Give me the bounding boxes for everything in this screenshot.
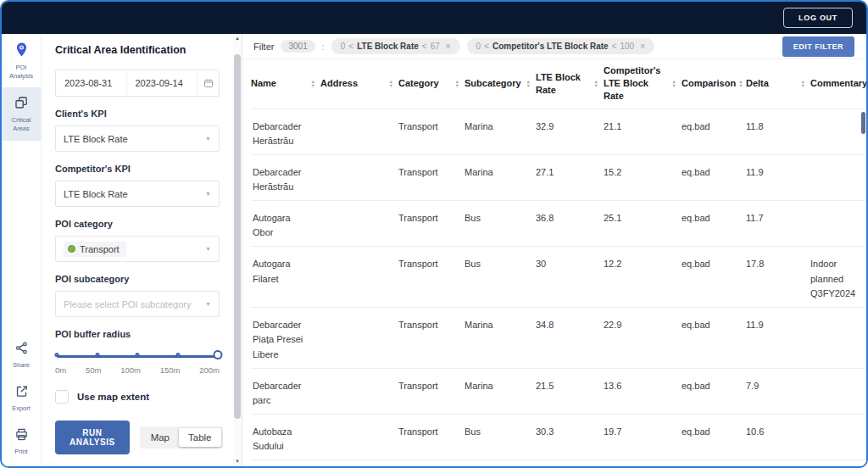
- category-color-dot-icon: [68, 245, 75, 253]
- chip-remove-icon[interactable]: ×: [640, 42, 645, 51]
- cell-lte-block-rate: 27.1: [536, 154, 604, 200]
- scrollbar-thumb[interactable]: [234, 54, 241, 419]
- buffer-radius-slider[interactable]: [57, 349, 218, 363]
- buffer-mark-label: 50m: [86, 365, 101, 375]
- sort-icon[interactable]: ▲▼: [455, 80, 459, 87]
- cell-comparison: eq.bad: [682, 460, 746, 467]
- nav-rail: POI Analysis Critical Areas Share: [2, 34, 41, 466]
- sort-icon[interactable]: ▲▼: [311, 80, 315, 87]
- table-row: Debarcader Herăstrău Transport Marina 32…: [251, 109, 866, 154]
- client-kpi-value: LTE Block Rate: [64, 134, 128, 144]
- cell-competitor-lte-block-rate: 19.7: [604, 414, 682, 460]
- chip-remove-icon[interactable]: ×: [446, 42, 451, 51]
- date-from-input[interactable]: 2023-08-31: [56, 70, 126, 96]
- cell-address: [320, 200, 398, 246]
- sort-icon[interactable]: ▲▼: [526, 80, 531, 87]
- share-button[interactable]: Share: [2, 333, 41, 376]
- competitor-kpi-select[interactable]: LTE Block Rate ▼: [55, 181, 220, 207]
- cell-name: Debarcader Herăstrău: [251, 154, 320, 200]
- scroll-up-arrow-icon[interactable]: ▲: [233, 34, 242, 43]
- cell-subcategory: Car rental: [465, 460, 536, 467]
- slider-mark: [55, 353, 59, 357]
- sort-icon[interactable]: ▲▼: [801, 80, 805, 87]
- cell-delta: 7.9: [746, 368, 810, 414]
- cell-name: Promotor: [251, 460, 320, 467]
- table-scrollbar-thumb[interactable]: [861, 112, 865, 134]
- sort-icon[interactable]: ▲▼: [389, 80, 393, 87]
- export-button[interactable]: Export: [2, 376, 41, 420]
- column-header[interactable]: Name ▲▼: [251, 59, 320, 109]
- cell-lte-block-rate: 36.8: [536, 200, 604, 246]
- cell-category: Transport: [398, 200, 465, 246]
- chevron-down-icon: ▼: [205, 246, 211, 252]
- edit-filter-button[interactable]: EDIT FILTER: [782, 36, 854, 57]
- cell-commentary: [810, 109, 866, 154]
- date-range-picker[interactable]: 2023-08-31 2023-09-14: [55, 70, 220, 97]
- export-label: Export: [12, 404, 31, 413]
- sidebar-item-poi-analysis[interactable]: POI Analysis: [2, 34, 41, 87]
- buffer-mark-label: 150m: [160, 365, 181, 375]
- table-row: Promotor Transport Car rental 27.8 14.4 …: [251, 460, 866, 467]
- cell-comparison: eq.bad: [682, 109, 746, 154]
- cell-address: [320, 460, 398, 467]
- cell-category: Transport: [398, 307, 465, 368]
- cell-category: Transport: [398, 109, 465, 154]
- competitor-kpi-value: LTE Block Rate: [64, 189, 128, 199]
- actions-row: RUN ANALYSIS Map Table: [55, 421, 220, 454]
- view-toggle-map[interactable]: Map: [142, 428, 179, 447]
- sidebar-item-label: Critical Areas: [3, 116, 39, 133]
- results-table: Name ▲▼ Address ▲▼ Category ▲▼ Subcatego…: [251, 59, 866, 466]
- logout-button[interactable]: LOG OUT: [783, 8, 853, 28]
- calendar-icon[interactable]: [197, 70, 219, 96]
- cell-comparison: eq.bad: [682, 200, 746, 246]
- sort-icon[interactable]: ▲▼: [672, 80, 676, 87]
- column-header[interactable]: Delta ▲▼: [746, 59, 810, 109]
- client-kpi-select[interactable]: LTE Block Rate ▼: [55, 125, 220, 152]
- cell-delta: 11.9: [746, 154, 810, 200]
- sidebar-item-critical-areas[interactable]: Critical Areas: [2, 87, 41, 140]
- cell-subcategory: Bus: [465, 247, 536, 308]
- cell-lte-block-rate: 32.9: [536, 109, 604, 154]
- filter-separator: :: [322, 42, 325, 52]
- filter-chip: 0<LTE Block Rate<67×: [331, 38, 460, 54]
- use-map-extent-checkbox[interactable]: [55, 390, 69, 404]
- cell-commentary: [810, 460, 866, 467]
- column-header[interactable]: Competitor's LTE Block Rate ▲▼: [604, 59, 682, 109]
- filter-chip: 0<Competitor's LTE Block Rate<100×: [467, 38, 654, 54]
- poi-subcategory-placeholder: Please select POI subcategory: [64, 299, 191, 309]
- date-to-input[interactable]: 2023-09-14: [126, 70, 198, 96]
- cell-commentary: [810, 154, 866, 200]
- sort-icon[interactable]: ▲▼: [594, 80, 598, 87]
- cell-delta: 10.6: [746, 414, 810, 460]
- slider-mark: [175, 353, 180, 357]
- cell-subcategory: Marina: [465, 307, 536, 368]
- competitor-kpi-label: Competitor's KPI: [55, 164, 220, 174]
- column-header[interactable]: Address ▲▼: [320, 59, 398, 109]
- app-window: LOG OUT POI Analysis Critical Areas: [0, 0, 868, 468]
- run-analysis-button[interactable]: RUN ANALYSIS: [55, 421, 130, 454]
- cell-delta: 17.8: [746, 247, 810, 308]
- cell-name: Debarcader parc: [251, 368, 320, 414]
- column-header[interactable]: LTE Block Rate ▲▼: [536, 59, 604, 109]
- nav-rail-bottom: Share Export Print: [2, 333, 41, 466]
- view-toggle-table[interactable]: Table: [179, 428, 221, 447]
- poi-category-label: POI category: [55, 219, 220, 229]
- sort-icon[interactable]: ▲▼: [738, 80, 743, 87]
- poi-category-select[interactable]: Transport ▼: [55, 236, 220, 262]
- column-header[interactable]: Commentary ▲▼: [810, 59, 866, 109]
- scroll-down-arrow-icon[interactable]: ▼: [233, 457, 242, 466]
- panel-scrollbar[interactable]: ▲ ▼: [233, 34, 242, 466]
- cell-lte-block-rate: 30: [536, 247, 604, 308]
- column-header[interactable]: Category ▲▼: [398, 59, 465, 109]
- cell-address: [320, 109, 398, 154]
- cell-address: [320, 154, 398, 200]
- poi-category-value: Transport: [80, 244, 120, 254]
- poi-subcategory-select[interactable]: Please select POI subcategory ▼: [55, 291, 220, 317]
- slider-handle[interactable]: [214, 350, 223, 359]
- column-header[interactable]: Subcategory ▲▼: [465, 59, 536, 109]
- criteria-panel: Critical Area Identification 2023-08-31 …: [41, 34, 242, 466]
- cell-delta: 11.7: [746, 200, 810, 246]
- column-header[interactable]: Comparison ▲▼: [682, 59, 746, 109]
- print-button[interactable]: Print: [2, 420, 41, 463]
- use-map-extent-row: Use map extent: [55, 390, 220, 404]
